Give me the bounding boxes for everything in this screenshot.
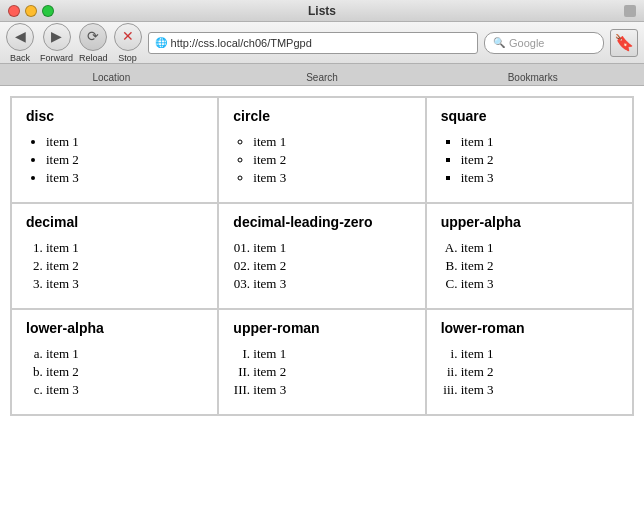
- search-bar[interactable]: 🔍 Google: [484, 32, 604, 54]
- list-item: item 3: [253, 382, 410, 398]
- list-item: item 3: [46, 382, 203, 398]
- list-item: item 2: [253, 258, 410, 274]
- list-cell-upper-alpha: upper-alphaitem 1item 2item 3: [426, 203, 633, 309]
- list-item: item 3: [46, 170, 203, 186]
- back-nav-group: ◀ Back: [6, 23, 34, 63]
- list-item: item 3: [461, 276, 618, 292]
- list-item: item 2: [461, 152, 618, 168]
- cell-title-upper-alpha: upper-alpha: [441, 214, 618, 230]
- content-area: discitem 1item 2item 3circleitem 1item 2…: [0, 86, 644, 527]
- location-text: http://css.local/ch06/TMPgpd: [171, 37, 312, 49]
- cell-title-decimal-leading-zero: decimal-leading-zero: [233, 214, 410, 230]
- cell-list-decimal-leading-zero: item 1item 2item 3: [253, 240, 410, 292]
- location-bar[interactable]: 🌐 http://css.local/ch06/TMPgpd: [148, 32, 478, 54]
- reload-label: Reload: [79, 53, 108, 63]
- cell-title-lower-alpha: lower-alpha: [26, 320, 203, 336]
- minimize-button[interactable]: [25, 5, 37, 17]
- search-icon: 🔍: [493, 37, 505, 48]
- window-title: Lists: [308, 4, 336, 18]
- cell-title-decimal: decimal: [26, 214, 203, 230]
- list-item: item 3: [461, 170, 618, 186]
- list-item: item 2: [46, 364, 203, 380]
- list-cell-lower-alpha: lower-alphaitem 1item 2item 3: [11, 309, 218, 415]
- search-placeholder: Google: [509, 37, 544, 49]
- cell-title-lower-roman: lower-roman: [441, 320, 618, 336]
- list-item: item 1: [46, 134, 203, 150]
- list-item: item 1: [253, 346, 410, 362]
- list-item: item 2: [461, 364, 618, 380]
- list-cell-decimal: decimalitem 1item 2item 3: [11, 203, 218, 309]
- list-item: item 2: [461, 258, 618, 274]
- list-item: item 1: [461, 134, 618, 150]
- list-item: item 2: [46, 258, 203, 274]
- maximize-button[interactable]: [42, 5, 54, 17]
- list-item: item 2: [253, 152, 410, 168]
- cell-title-circle: circle: [233, 108, 410, 124]
- cell-list-upper-roman: item 1item 2item 3: [253, 346, 410, 398]
- tab-bar: Location Search Bookmarks: [0, 64, 644, 86]
- stop-nav-group: ✕ Stop: [114, 23, 142, 63]
- bookmarks-button[interactable]: 🔖: [610, 29, 638, 57]
- cell-list-lower-roman: item 1item 2item 3: [461, 346, 618, 398]
- cell-list-upper-alpha: item 1item 2item 3: [461, 240, 618, 292]
- list-item: item 1: [461, 346, 618, 362]
- reload-button[interactable]: ⟳: [79, 23, 107, 51]
- cell-title-square: square: [441, 108, 618, 124]
- cell-list-circle: item 1item 2item 3: [253, 134, 410, 186]
- list-item: item 1: [253, 240, 410, 256]
- cell-title-disc: disc: [26, 108, 203, 124]
- forward-button[interactable]: ▶: [43, 23, 71, 51]
- list-item: item 2: [46, 152, 203, 168]
- list-item: item 1: [46, 346, 203, 362]
- list-item: item 3: [253, 276, 410, 292]
- lists-grid: discitem 1item 2item 3circleitem 1item 2…: [10, 96, 634, 416]
- toolbar: ◀ Back ▶ Forward ⟳ Reload ✕ Stop 🌐 http:…: [0, 22, 644, 64]
- title-bar: Lists: [0, 0, 644, 22]
- cell-title-upper-roman: upper-roman: [233, 320, 410, 336]
- list-item: item 1: [253, 134, 410, 150]
- list-item: item 2: [253, 364, 410, 380]
- cell-list-square: item 1item 2item 3: [461, 134, 618, 186]
- list-item: item 1: [46, 240, 203, 256]
- search-section-label: Search: [217, 72, 428, 85]
- list-cell-lower-roman: lower-romanitem 1item 2item 3: [426, 309, 633, 415]
- close-button[interactable]: [8, 5, 20, 17]
- list-item: item 3: [46, 276, 203, 292]
- list-cell-circle: circleitem 1item 2item 3: [218, 97, 425, 203]
- location-section-label: Location: [6, 72, 217, 85]
- list-cell-disc: discitem 1item 2item 3: [11, 97, 218, 203]
- bookmarks-icon: 🔖: [614, 33, 634, 52]
- cell-list-disc: item 1item 2item 3: [46, 134, 203, 186]
- back-label: Back: [10, 53, 30, 63]
- location-icon: 🌐: [155, 37, 167, 48]
- stop-label: Stop: [118, 53, 137, 63]
- forward-nav-group: ▶ Forward: [40, 23, 73, 63]
- bookmarks-section-label: Bookmarks: [427, 72, 638, 85]
- stop-button[interactable]: ✕: [114, 23, 142, 51]
- forward-label: Forward: [40, 53, 73, 63]
- back-button[interactable]: ◀: [6, 23, 34, 51]
- list-cell-square: squareitem 1item 2item 3: [426, 97, 633, 203]
- window-controls: [8, 5, 54, 17]
- list-item: item 3: [253, 170, 410, 186]
- cell-list-decimal: item 1item 2item 3: [46, 240, 203, 292]
- reload-nav-group: ⟳ Reload: [79, 23, 108, 63]
- list-item: item 3: [461, 382, 618, 398]
- list-item: item 1: [461, 240, 618, 256]
- cell-list-lower-alpha: item 1item 2item 3: [46, 346, 203, 398]
- list-cell-upper-roman: upper-romanitem 1item 2item 3: [218, 309, 425, 415]
- resize-button[interactable]: [624, 5, 636, 17]
- list-cell-decimal-leading-zero: decimal-leading-zeroitem 1item 2item 3: [218, 203, 425, 309]
